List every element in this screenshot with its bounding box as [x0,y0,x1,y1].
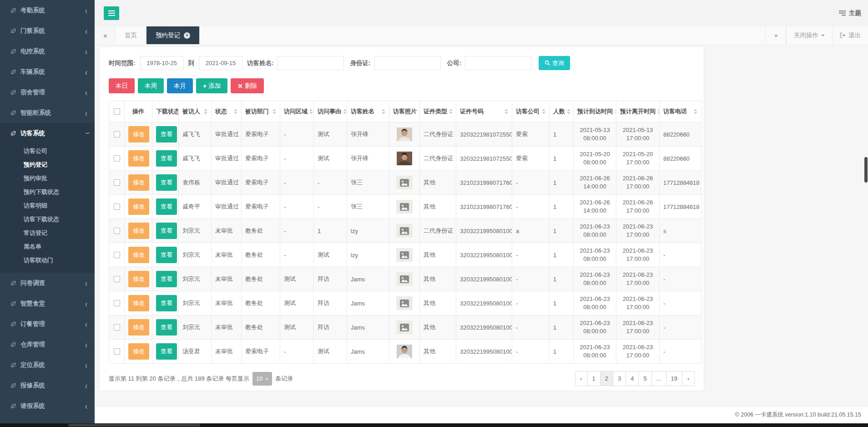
sidebar-item-请假系统[interactable]: 请假系统‹ [0,396,95,416]
sidebar-subitem-预约登记[interactable]: 预约登记 [0,158,95,172]
view-button[interactable]: 查看 [156,295,177,311]
page-button-19[interactable]: 19 [666,371,682,386]
select-all-checkbox[interactable] [114,108,120,115]
view-button[interactable]: 查看 [156,271,177,287]
column-header-leave[interactable]: 预计离开时间 [616,101,660,122]
sidebar-subitem-访客公司[interactable]: 访客公司 [0,144,95,158]
column-header-visitor[interactable]: 访客姓名 [347,101,389,122]
row-checkbox[interactable] [114,276,120,282]
tabs-scroll-right-button[interactable]: » [765,26,786,44]
row-checkbox[interactable] [114,131,120,137]
month-button[interactable]: 本月 [167,78,193,93]
sidebar-subitem-黑名单[interactable]: 黑名单 [0,240,95,254]
column-header-dept[interactable]: 被访部门 [242,101,280,122]
column-header-reason[interactable]: 访问事由 [314,101,347,122]
row-checkbox[interactable] [114,348,120,355]
page-size-select[interactable]: 10 ▲ [252,372,272,386]
edit-button[interactable]: 修改 [128,319,149,336]
theme-switcher[interactable]: 主题 [839,9,861,17]
sidebar-item-门禁系统[interactable]: 门禁系统‹ [0,20,95,41]
sidebar-item-订餐管理[interactable]: 订餐管理‹ [0,314,95,334]
sidebar-subitem-访客明细[interactable]: 访客明细 [0,199,95,213]
menu-toggle-button[interactable] [104,6,119,20]
column-header-idType[interactable]: 证件类型 [420,101,456,122]
id-card-input[interactable] [374,56,441,70]
today-button[interactable]: 本日 [109,78,135,93]
row-checkbox[interactable] [114,324,120,330]
company-input[interactable] [465,56,531,70]
view-button[interactable]: 查看 [156,247,177,263]
row-checkbox[interactable] [114,155,120,162]
column-header-arrive[interactable]: 预计到达时间 [574,101,616,122]
page-button-4[interactable]: 4 [626,371,639,386]
prev-page-button[interactable]: ‹ [575,371,588,386]
column-header-area[interactable]: 访问区域 [280,101,314,122]
vertical-scrollbar-thumb[interactable] [864,157,868,183]
add-button[interactable]: + 添加 [196,78,227,93]
page-button-2[interactable]: 2 [600,371,613,386]
view-button[interactable]: 查看 [156,223,177,239]
edit-button[interactable]: 修改 [128,247,149,263]
row-checkbox[interactable] [114,252,120,258]
next-page-button[interactable]: › [682,371,695,386]
date-from-input[interactable] [140,56,184,70]
row-checkbox[interactable] [114,203,120,210]
column-header-idNo[interactable]: 证件号码 [456,101,512,122]
sidebar-subitem-预约下载状态[interactable]: 预约下载状态 [0,185,95,199]
sidebar-item-智慧食堂[interactable]: 智慧食堂‹ [0,293,95,314]
edit-button[interactable]: 修改 [128,150,149,167]
tab-close-icon[interactable]: ✕ [184,32,190,39]
page-button-5[interactable]: 5 [638,371,651,386]
sidebar-item-仓库管理[interactable]: 仓库管理‹ [0,334,95,355]
tab-首页[interactable]: 首页 [116,26,146,44]
column-header-status[interactable]: 状态 [212,101,242,122]
visitor-name-input[interactable] [278,56,344,70]
view-button[interactable]: 查看 [156,198,177,215]
logout-button[interactable]: 退出 [832,26,868,44]
edit-button[interactable]: 修改 [128,198,149,215]
sidebar-item-问卷调查[interactable]: 问卷调查‹ [0,273,95,293]
column-header-count[interactable]: 人数 [550,101,574,122]
view-button[interactable]: 查看 [156,343,177,360]
edit-button[interactable]: 修改 [128,126,149,142]
horizontal-scrollbar-thumb[interactable] [68,424,200,427]
column-header-phone[interactable]: 访客电话 [660,101,701,122]
sidebar-item-宿舍管理[interactable]: 宿舍管理‹ [0,82,95,102]
sidebar-subitem-预约审批[interactable]: 预约审批 [0,172,95,185]
edit-button[interactable]: 修改 [128,174,149,191]
sidebar-item-访客系统[interactable]: 访客系统‹ [0,123,95,143]
sidebar-subitem-常访登记[interactable]: 常访登记 [0,226,95,240]
sidebar-item-报修系统[interactable]: 报修系统‹ [0,375,95,396]
view-button[interactable]: 查看 [156,174,177,191]
row-checkbox[interactable] [114,228,120,234]
view-button[interactable]: 查看 [156,150,177,167]
page-button-3[interactable]: 3 [613,371,626,386]
week-button[interactable]: 本周 [138,78,164,93]
delete-button[interactable]: ✕ 删除 [231,78,264,93]
tabs-scroll-left-button[interactable]: « [95,26,116,44]
sidebar-subitem-访客下载状态[interactable]: 访客下载状态 [0,213,95,226]
sidebar-item-智能柜系统[interactable]: 智能柜系统‹ [0,102,95,123]
date-to-input[interactable] [199,56,242,70]
view-button[interactable]: 查看 [156,126,177,142]
page-button-1[interactable]: 1 [587,371,601,386]
edit-button[interactable]: 修改 [128,343,149,360]
row-checkbox[interactable] [114,179,120,186]
search-button[interactable]: 查询 [539,56,570,70]
sidebar-item-电控系统[interactable]: 电控系统‹ [0,41,95,61]
sidebar-item-车辆系统[interactable]: 车辆系统‹ [0,61,95,82]
horizontal-scrollbar[interactable] [0,423,868,427]
tab-预约登记[interactable]: 预约登记✕ [146,26,200,44]
column-header-company[interactable]: 访客公司 [512,101,550,122]
sidebar-item-定位系统[interactable]: 定位系统‹ [0,355,95,375]
sidebar-item-考勤系统[interactable]: 考勤系统‹ [0,0,95,20]
view-button[interactable]: 查看 [156,319,177,336]
close-operations-dropdown[interactable]: 关闭操作 [786,26,832,44]
column-header-visitee[interactable]: 被访人 [179,101,212,122]
edit-button[interactable]: 修改 [128,295,149,311]
row-checkbox[interactable] [114,300,120,306]
sidebar-subitem-访客联动门[interactable]: 访客联动门 [0,254,95,267]
vertical-scrollbar[interactable] [864,0,868,423]
edit-button[interactable]: 修改 [128,271,149,287]
edit-button[interactable]: 修改 [128,223,149,239]
